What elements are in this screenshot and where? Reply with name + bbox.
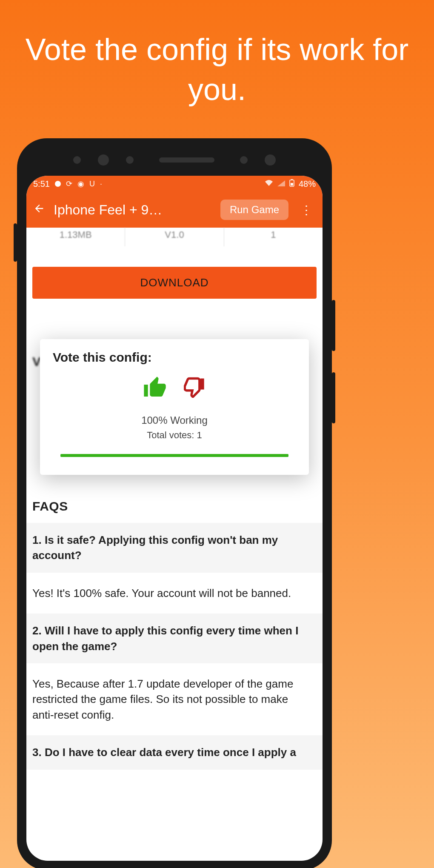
battery-percent: 48% — [299, 179, 316, 189]
thumbs-up-icon[interactable] — [143, 376, 167, 405]
info-count: 1 — [224, 228, 323, 246]
vote-title: Vote this config: — [53, 350, 296, 365]
phone-screen: 5:51 ⟳ ◉ U · 48% — [26, 176, 323, 861]
info-size: 1.13MB — [26, 228, 125, 246]
back-arrow-icon[interactable] — [33, 202, 45, 218]
download-button[interactable]: DOWNLOAD — [32, 267, 317, 299]
status-icon: U — [89, 180, 95, 188]
page-title: Iphone Feel + 9… — [54, 202, 212, 218]
vote-progress-bar — [60, 454, 288, 457]
status-bar: 5:51 ⟳ ◉ U · 48% — [26, 176, 323, 192]
app-header: Iphone Feel + 9… Run Game ⋮ — [26, 192, 323, 228]
faq-question: 3. Do I have to clear data every time on… — [26, 735, 323, 769]
thumbs-down-icon[interactable] — [184, 376, 206, 405]
status-icon: ⟳ — [66, 179, 72, 188]
status-icon: ◉ — [77, 179, 84, 188]
faqs-section: FAQS 1. Is it safe? Applying this config… — [32, 499, 317, 770]
phone-frame: 5:51 ⟳ ◉ U · 48% — [17, 138, 332, 868]
promo-heading: Vote the config if its work for you. — [0, 0, 434, 126]
battery-icon — [289, 179, 294, 189]
info-row: 1.13MB V1.0 1 — [26, 228, 323, 246]
status-dot-icon — [55, 181, 61, 187]
faq-question: 1. Is it safe? Applying this config won'… — [26, 523, 323, 573]
svg-rect-2 — [291, 183, 293, 186]
faq-answer: Yes! It's 100% safe. Your account will n… — [32, 573, 317, 614]
faq-answer: Yes, Because after 1.7 update developer … — [32, 663, 317, 735]
background-letter: V — [32, 354, 41, 369]
status-icon: · — [100, 180, 102, 188]
signal-icon — [277, 180, 285, 188]
faq-question: 2. Will I have to apply this config ever… — [26, 614, 323, 663]
vote-card: Vote this config: 100% Working Total vot… — [40, 339, 309, 475]
more-icon[interactable]: ⋮ — [297, 203, 316, 217]
vote-working-label: 100% Working — [53, 413, 296, 428]
svg-rect-3 — [200, 379, 204, 390]
wifi-icon — [265, 180, 273, 188]
faqs-heading: FAQS — [32, 499, 317, 514]
svg-rect-1 — [291, 179, 293, 180]
status-time: 5:51 — [33, 179, 50, 189]
info-version: V1.0 — [125, 228, 224, 246]
run-game-button[interactable]: Run Game — [220, 200, 288, 220]
vote-total-label: Total votes: 1 — [53, 428, 296, 442]
